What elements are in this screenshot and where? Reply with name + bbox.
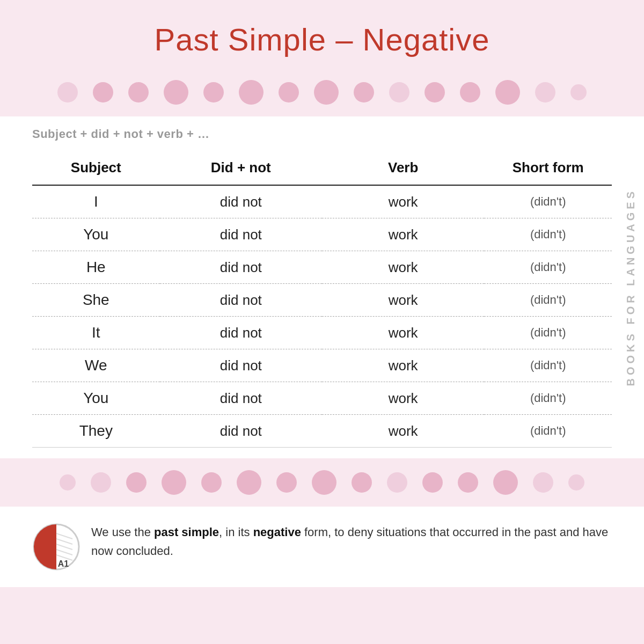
- cell-did-not: did not: [160, 185, 322, 218]
- cell-subject: We: [32, 349, 160, 382]
- cell-subject: It: [32, 317, 160, 349]
- badge-container: A1: [32, 523, 80, 571]
- dot: [203, 82, 224, 103]
- dot: [276, 472, 297, 493]
- cell-subject: I: [32, 185, 160, 218]
- cell-short-form: (didn't): [484, 415, 612, 448]
- dot: [535, 82, 555, 103]
- dot: [568, 474, 584, 491]
- cell-did-not: did not: [160, 218, 322, 251]
- note-text: We use the past simple, in its negative …: [91, 523, 612, 560]
- table-row: Theydid notwork(didn't): [32, 415, 612, 448]
- cell-did-not: did not: [160, 251, 322, 284]
- vertical-text-container: BOOKS FOR LANGUAGES: [617, 153, 644, 422]
- dot: [422, 472, 443, 493]
- table-row: Youdid notwork(didn't): [32, 382, 612, 415]
- table-row: Shedid notwork(didn't): [32, 284, 612, 317]
- cell-verb: work: [322, 415, 484, 448]
- col-header-short: Short form: [484, 151, 612, 185]
- dot: [570, 84, 587, 100]
- cell-subject: You: [32, 218, 160, 251]
- content-area: Subject + did + not + verb + … Subject D…: [0, 116, 644, 458]
- dot: [164, 80, 188, 105]
- cell-did-not: did not: [160, 349, 322, 382]
- dot: [201, 472, 222, 493]
- cell-subject: She: [32, 284, 160, 317]
- dot: [128, 82, 149, 103]
- dot: [425, 82, 445, 103]
- dot: [533, 472, 553, 493]
- dot: [60, 474, 76, 491]
- dot: [91, 472, 111, 493]
- cell-verb: work: [322, 349, 484, 382]
- dot: [458, 472, 478, 493]
- col-header-verb: Verb: [322, 151, 484, 185]
- table-row: Itdid notwork(didn't): [32, 317, 612, 349]
- table-row: Wedid notwork(didn't): [32, 349, 612, 382]
- dot: [495, 80, 520, 105]
- note-text-before: We use the: [91, 525, 154, 539]
- table-row: Youdid notwork(didn't): [32, 218, 612, 251]
- cell-short-form: (didn't): [484, 251, 612, 284]
- col-header-subject: Subject: [32, 151, 160, 185]
- cell-did-not: did not: [160, 382, 322, 415]
- note-bold-negative: negative: [253, 525, 301, 539]
- dot: [460, 82, 480, 103]
- vertical-brand-text: BOOKS FOR LANGUAGES: [625, 188, 637, 386]
- cell-verb: work: [322, 251, 484, 284]
- cell-short-form: (didn't): [484, 349, 612, 382]
- cell-verb: work: [322, 317, 484, 349]
- cell-subject: He: [32, 251, 160, 284]
- cell-did-not: did not: [160, 284, 322, 317]
- header: Past Simple – Negative: [0, 0, 644, 68]
- dot: [162, 470, 186, 495]
- dot: [314, 80, 339, 105]
- formula-label: Subject + did + not + verb + …: [32, 127, 612, 141]
- col-header-didnot: Did + not: [160, 151, 322, 185]
- cell-subject: You: [32, 382, 160, 415]
- svg-text:A1: A1: [58, 559, 69, 568]
- cell-did-not: did not: [160, 317, 322, 349]
- page-title: Past Simple – Negative: [11, 21, 633, 57]
- cell-verb: work: [322, 185, 484, 218]
- dot: [239, 80, 264, 105]
- bottom-area: A1 We use the past simple, in its negati…: [0, 507, 644, 587]
- table-row: Idid notwork(didn't): [32, 185, 612, 218]
- cell-short-form: (didn't): [484, 382, 612, 415]
- cell-short-form: (didn't): [484, 317, 612, 349]
- dot: [493, 470, 518, 495]
- dot: [389, 82, 409, 103]
- cell-short-form: (didn't): [484, 218, 612, 251]
- dot: [352, 472, 372, 493]
- dot: [93, 82, 113, 103]
- cell-verb: work: [322, 284, 484, 317]
- cell-verb: work: [322, 382, 484, 415]
- dots-row-top: [0, 68, 644, 116]
- dots-row-bottom: [0, 458, 644, 507]
- dot: [312, 470, 336, 495]
- cell-short-form: (didn't): [484, 284, 612, 317]
- dot: [57, 82, 78, 103]
- note-text-middle: , in its: [219, 525, 253, 539]
- note-bold-past-simple: past simple: [154, 525, 219, 539]
- table-header-row: Subject Did + not Verb Short form: [32, 151, 612, 185]
- dot: [126, 472, 147, 493]
- table-row: Hedid notwork(didn't): [32, 251, 612, 284]
- cell-did-not: did not: [160, 415, 322, 448]
- dot: [387, 472, 407, 493]
- dot: [279, 82, 299, 103]
- cell-verb: work: [322, 218, 484, 251]
- cell-subject: They: [32, 415, 160, 448]
- cell-short-form: (didn't): [484, 185, 612, 218]
- grammar-table: Subject Did + not Verb Short form Idid n…: [32, 151, 612, 448]
- dot: [354, 82, 374, 103]
- dot: [237, 470, 261, 495]
- badge-icon: A1: [32, 523, 80, 571]
